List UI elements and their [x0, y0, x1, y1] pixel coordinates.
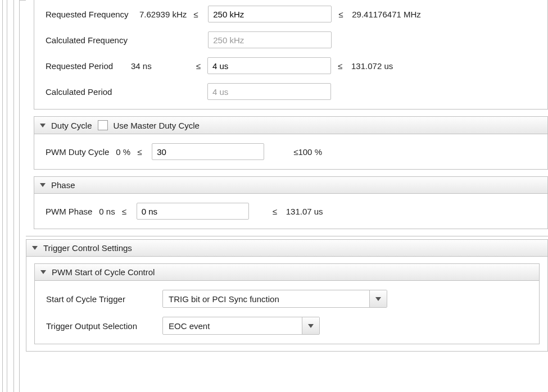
pwm-phase-max: 131.07 us — [286, 207, 323, 216]
leq-symbol: ≤ — [177, 61, 201, 71]
start-of-cycle-trigger-label: Start of Cycle Trigger — [46, 294, 156, 304]
chevron-down-icon — [32, 246, 38, 250]
trigger-output-selection-value: EOC event — [163, 317, 302, 334]
start-of-cycle-trigger-value: TRIG bit or PCI Sync function — [163, 290, 370, 307]
trigger-output-selection-select[interactable]: EOC event — [162, 317, 320, 335]
trigger-control-header[interactable]: Trigger Control Settings — [26, 240, 547, 257]
use-master-duty-label: Use Master Duty Cycle — [114, 121, 200, 130]
pwm-phase-input[interactable] — [137, 203, 249, 220]
leq-symbol: ≤ — [273, 207, 280, 216]
pwm-start-of-cycle-section: PWM Start of Cycle Control Start of Cycl… — [34, 263, 540, 344]
pwm-duty-cycle-input[interactable] — [152, 143, 264, 160]
chevron-down-icon — [40, 183, 46, 187]
trigger-control-section: Trigger Control Settings PWM Start of Cy… — [26, 239, 548, 352]
requested-frequency-input[interactable] — [208, 6, 332, 22]
trigger-control-title: Trigger Control Settings — [43, 243, 132, 253]
dropdown-button[interactable] — [302, 317, 319, 334]
requested-period-min: 34 ns — [131, 61, 170, 71]
requested-period-max: 131.072 us — [351, 61, 393, 71]
requested-frequency-max: 29.41176471 MHz — [352, 10, 421, 19]
calculated-period-label: Calculated Period — [46, 87, 124, 97]
calculated-frequency-label: Calculated Frequency — [46, 35, 133, 45]
leq-symbol: ≤ — [137, 147, 145, 157]
pwm-duty-cycle-min: 0 % — [116, 147, 130, 157]
phase-section: Phase PWM Phase 0 ns ≤ ≤ 131.07 us — [34, 176, 548, 229]
start-of-cycle-trigger-select[interactable]: TRIG bit or PCI Sync function — [162, 290, 387, 308]
trigger-output-selection-label: Trigger Output Selection — [46, 321, 156, 331]
requested-period-label: Requested Period — [46, 61, 124, 71]
leq-symbol: ≤ — [338, 10, 346, 19]
duty-cycle-title: Duty Cycle — [51, 121, 92, 130]
pwm-phase-label: PWM Phase — [46, 207, 92, 216]
requested-frequency-min: 7.62939 kHz — [139, 10, 187, 19]
pwm-start-of-cycle-title: PWM Start of Cycle Control — [52, 267, 155, 277]
pwm-phase-min: 0 ns — [99, 207, 115, 216]
leq-symbol: ≤ — [338, 61, 346, 71]
requested-period-input[interactable] — [207, 57, 331, 74]
chevron-down-icon — [375, 297, 381, 301]
pwm-duty-cycle-max: 100 % — [298, 147, 322, 157]
frequency-panel-body: Requested Frequency 7.62939 kHz ≤ ≤ 29.4… — [34, 0, 548, 110]
chevron-down-icon — [40, 270, 46, 274]
calculated-period-output — [207, 83, 331, 100]
chevron-down-icon — [40, 124, 46, 127]
pwm-duty-cycle-label: PWM Duty Cycle — [46, 147, 109, 157]
phase-title: Phase — [51, 180, 75, 190]
chevron-down-icon — [308, 324, 314, 328]
duty-cycle-header[interactable]: Duty Cycle Use Master Duty Cycle — [34, 117, 547, 134]
use-master-duty-checkbox[interactable] — [98, 120, 108, 130]
requested-frequency-label: Requested Frequency — [46, 10, 133, 19]
leq-symbol: ≤ — [122, 207, 130, 216]
duty-cycle-section: Duty Cycle Use Master Duty Cycle PWM Dut… — [34, 116, 548, 170]
pwm-start-of-cycle-header[interactable]: PWM Start of Cycle Control — [35, 264, 539, 281]
leq-symbol: ≤ — [193, 10, 201, 19]
phase-header[interactable]: Phase — [34, 177, 547, 194]
dropdown-button[interactable] — [370, 290, 387, 307]
calculated-frequency-output — [208, 31, 332, 48]
